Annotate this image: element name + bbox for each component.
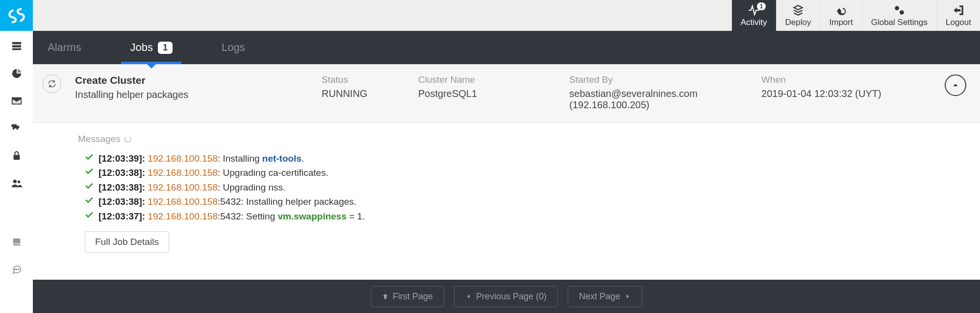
tab-logs[interactable]: Logs: [222, 31, 245, 64]
mail-icon[interactable]: [11, 96, 22, 106]
top-toolbar: 1 Activity Deploy Import Global Settings…: [33, 0, 980, 31]
job-status-spinner-icon: [43, 74, 61, 93]
activity-tabs: Alarms Jobs 1 Logs: [33, 31, 980, 64]
check-icon: [85, 166, 94, 180]
message-row: [12:03:38]: 192.168.100.158: Upgrading n…: [85, 180, 966, 194]
chat-icon[interactable]: [11, 264, 22, 275]
startedby-label: Started By: [569, 74, 747, 85]
activity-button[interactable]: 1 Activity: [731, 0, 776, 31]
analytics-icon[interactable]: [11, 68, 22, 79]
when-label: When: [761, 74, 925, 85]
check-icon: [85, 194, 94, 209]
cluster-label: Cluster Name: [418, 74, 554, 85]
import-button[interactable]: Import: [820, 0, 862, 31]
tab-jobs[interactable]: Jobs 1: [130, 31, 173, 64]
svg-rect-0: [12, 42, 21, 45]
import-label: Import: [829, 18, 853, 27]
users-icon[interactable]: [11, 178, 22, 189]
message-row: [12:03:39]: 192.168.100.158: Installing …: [85, 151, 966, 166]
check-icon: [85, 151, 94, 166]
first-page-button[interactable]: First Page: [371, 286, 444, 307]
tab-alarms[interactable]: Alarms: [48, 31, 81, 64]
logout-label: Logout: [946, 18, 971, 27]
svg-rect-1: [12, 45, 21, 48]
message-row: [12:03:38]: 192.168.100.158:5432: Instal…: [85, 194, 966, 209]
status-value: RUNNING: [322, 88, 403, 99]
deploy-label: Deploy: [785, 18, 811, 27]
previous-page-button[interactable]: Previous Page (0): [454, 286, 558, 307]
svg-point-7: [14, 269, 15, 270]
job-title: Create Cluster: [75, 74, 307, 86]
activity-label: Activity: [741, 18, 767, 27]
svg-point-6: [17, 181, 20, 184]
global-settings-button[interactable]: Global Settings: [862, 0, 936, 31]
message-row: [12:03:38]: 192.168.100.158: Upgrading c…: [85, 166, 966, 180]
startedby-value: sebastian@severalnines.com (192.168.100.…: [569, 88, 747, 111]
messages-heading: Messages: [78, 134, 966, 144]
check-icon: [85, 180, 94, 194]
check-icon: [85, 209, 94, 223]
plugins-icon[interactable]: [11, 123, 22, 134]
logout-button[interactable]: Logout: [936, 0, 980, 31]
deploy-button[interactable]: Deploy: [776, 0, 820, 31]
job-subtitle: Installing helper packages: [75, 89, 307, 100]
svg-rect-4: [13, 155, 20, 160]
next-page-button[interactable]: Next Page: [568, 286, 642, 307]
message-row: [12:03:37]: 192.168.100.158:5432: Settin…: [85, 209, 966, 223]
loading-spinner-icon: [125, 136, 131, 143]
status-label: Status: [322, 74, 403, 85]
svg-point-5: [13, 180, 16, 183]
cluster-value: PostgreSQL1: [418, 88, 554, 99]
clusters-icon[interactable]: [11, 41, 22, 51]
job-summary-row: Create Cluster Installing helper package…: [33, 64, 980, 123]
collapse-button[interactable]: [945, 74, 966, 96]
svg-point-11: [900, 10, 904, 15]
jobs-count-badge: 1: [158, 42, 173, 54]
message-list: [12:03:39]: 192.168.100.158: Installing …: [78, 151, 966, 223]
activity-badge: 1: [757, 2, 766, 10]
docs-icon[interactable]: [11, 237, 22, 247]
settings-label: Global Settings: [871, 18, 928, 27]
full-job-details-button[interactable]: Full Job Details: [85, 231, 169, 253]
pagination-footer: First Page Previous Page (0) Next Page: [33, 280, 980, 313]
svg-point-9: [18, 269, 19, 270]
brand-logo[interactable]: [0, 0, 33, 31]
when-value: 2019-01-04 12:03:32 (UYT): [761, 88, 925, 99]
lock-icon[interactable]: [11, 150, 22, 161]
svg-point-10: [895, 6, 900, 10]
svg-point-8: [16, 269, 17, 270]
svg-rect-2: [12, 48, 21, 50]
